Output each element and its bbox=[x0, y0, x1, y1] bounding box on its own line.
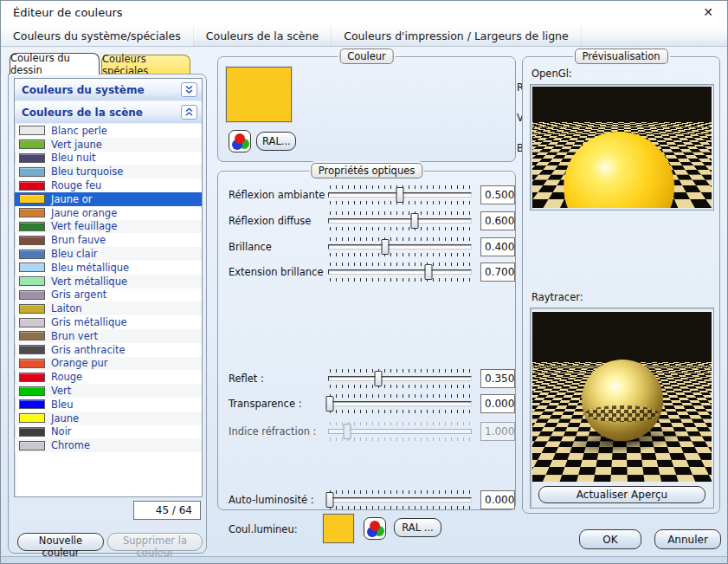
ok-button[interactable]: OK bbox=[579, 529, 641, 549]
value-box[interactable]: 0.000 bbox=[480, 394, 515, 413]
color-list-item[interactable]: Blanc perle bbox=[15, 124, 202, 138]
slider-thumb[interactable] bbox=[325, 396, 333, 412]
section-couleurs-du-systeme[interactable]: Couleurs du système bbox=[15, 79, 202, 101]
value-box[interactable]: 0.000 bbox=[480, 490, 515, 509]
color-list-item[interactable]: Bleu clair bbox=[15, 247, 202, 261]
tick-marks bbox=[330, 385, 470, 388]
collapse-section-button[interactable] bbox=[181, 105, 197, 120]
color-list-item[interactable]: Brun vert bbox=[15, 329, 202, 343]
cancel-button[interactable]: Annuler bbox=[654, 529, 721, 549]
ral-button[interactable]: RAL... bbox=[256, 132, 296, 151]
color-list-item[interactable]: Noir bbox=[15, 425, 202, 439]
color-list-item[interactable]: Jaune orange bbox=[15, 206, 202, 220]
tick-marks bbox=[330, 506, 470, 509]
color-list-item[interactable]: Gris argent bbox=[15, 288, 202, 302]
color-name: Vert feuillage bbox=[51, 220, 117, 232]
color-listbox: Couleurs du système Couleurs de la scène bbox=[14, 78, 203, 497]
color-name: Vert bbox=[51, 385, 71, 397]
shininess-extension-slider[interactable] bbox=[328, 263, 472, 282]
tab-couleurs-speciales[interactable]: Couleurs spéciales bbox=[101, 55, 190, 75]
tick-marks bbox=[330, 211, 470, 215]
slider-thumb[interactable] bbox=[382, 239, 390, 255]
color-list-item[interactable]: Vert feuillage bbox=[15, 220, 202, 234]
color-list-item[interactable]: Rouge feu bbox=[15, 178, 202, 192]
color-list-item[interactable]: Jaune bbox=[15, 412, 202, 425]
color-list-item[interactable]: Vert bbox=[15, 384, 202, 398]
current-color-swatch bbox=[226, 67, 292, 122]
value-box[interactable]: 0.400 bbox=[480, 237, 515, 256]
color-name: Noir bbox=[51, 425, 72, 438]
tick-marks bbox=[330, 369, 470, 373]
value-box[interactable]: 0.700 bbox=[480, 263, 515, 282]
color-list-item[interactable]: Chrome bbox=[15, 438, 202, 452]
color-name: Brun fauve bbox=[51, 234, 106, 246]
double-chevron-up-icon bbox=[184, 107, 194, 117]
color-list-item[interactable]: Gris anthracite bbox=[15, 343, 202, 357]
color-name: Vert jaune bbox=[51, 139, 102, 151]
slider-thumb[interactable] bbox=[410, 213, 418, 229]
slider-label: Reflet : bbox=[229, 373, 264, 385]
color-list-item[interactable]: Orange pur bbox=[15, 357, 202, 371]
slider-track[interactable] bbox=[328, 244, 472, 250]
delete-color-button[interactable]: Supprimer la couleur bbox=[107, 533, 203, 551]
color-list-item[interactable]: Vert métallique bbox=[15, 275, 202, 288]
new-color-button[interactable]: Nouvelle couleur bbox=[17, 533, 104, 551]
auto-luminosity-slider[interactable] bbox=[328, 490, 472, 509]
color-list-item[interactable]: Brun fauve bbox=[15, 233, 202, 247]
color-list-item[interactable]: Bleu nuit bbox=[15, 152, 202, 165]
ambient-reflection-slider[interactable] bbox=[328, 185, 472, 204]
color-swatch bbox=[19, 373, 45, 382]
color-swatch bbox=[19, 359, 45, 368]
rgb-picker-icon[interactable] bbox=[229, 130, 251, 152]
shininess-slider[interactable] bbox=[328, 237, 472, 256]
tab-couleurs-du-dessin[interactable]: Couleurs du dessin bbox=[10, 53, 100, 75]
rgb-picker-icon[interactable] bbox=[364, 517, 386, 540]
color-name: Bleu métallique bbox=[51, 262, 129, 274]
refraction-index-slider bbox=[328, 422, 472, 441]
slider-label: Indice réfraction : bbox=[229, 425, 316, 438]
tick-marks bbox=[330, 263, 470, 266]
color-list-item[interactable]: Gris métallique bbox=[15, 315, 202, 329]
color-list-item[interactable]: Rouge bbox=[15, 370, 202, 384]
ral-luminous-button[interactable]: RAL ... bbox=[394, 518, 441, 537]
close-icon[interactable]: ✕ bbox=[700, 5, 716, 19]
color-swatch bbox=[19, 126, 45, 135]
slider-track[interactable] bbox=[328, 376, 472, 381]
color-swatch bbox=[19, 399, 45, 409]
value-box[interactable]: 0.600 bbox=[480, 211, 515, 230]
color-list-item[interactable]: Bleu métallique bbox=[15, 261, 202, 275]
color-list-item[interactable]: Jaune or bbox=[15, 192, 202, 206]
tab-couleurs-de-la-scene[interactable]: Couleurs de la scène bbox=[194, 25, 332, 46]
drawing-colors-panel: Couleurs du système Couleurs de la scène bbox=[8, 74, 207, 554]
transparency-slider[interactable] bbox=[328, 394, 472, 413]
color-name: Orange pur bbox=[51, 357, 107, 369]
color-list-item[interactable]: Bleu bbox=[15, 398, 202, 412]
diffuse-reflection-slider[interactable] bbox=[328, 211, 472, 230]
color-swatch bbox=[19, 222, 45, 231]
refresh-preview-button[interactable]: Actualiser Aperçu bbox=[538, 486, 705, 503]
slider-thumb[interactable] bbox=[396, 187, 404, 203]
dialog-content: Couleurs du dessin Couleurs spéciales Co… bbox=[1, 47, 727, 558]
shininess-row: Brillance 0.400 bbox=[218, 237, 517, 256]
slider-thumb[interactable] bbox=[325, 492, 333, 508]
slider-thumb[interactable] bbox=[375, 371, 383, 386]
slider-thumb[interactable] bbox=[425, 264, 433, 280]
reflection-slider[interactable] bbox=[328, 369, 472, 388]
tab-couleurs-impression[interactable]: Couleurs d'impression / Largeurs de lign… bbox=[332, 25, 582, 46]
value-box[interactable]: 0.350 bbox=[480, 369, 515, 388]
section-couleurs-de-la-scene[interactable]: Couleurs de la scène bbox=[15, 101, 202, 124]
color-list-item[interactable]: Vert jaune bbox=[15, 138, 202, 152]
slider-track[interactable] bbox=[328, 269, 472, 275]
expand-section-button[interactable] bbox=[181, 82, 197, 97]
color-swatch bbox=[19, 290, 45, 300]
color-list-item[interactable]: Bleu turquoise bbox=[15, 165, 202, 178]
title-bar: Éditeur de couleurs ✕ bbox=[1, 1, 727, 25]
value-box[interactable]: 0.500 bbox=[480, 185, 515, 204]
color-list-item[interactable]: Laiton bbox=[15, 301, 202, 315]
color-swatch bbox=[19, 413, 45, 423]
section-label: Couleurs de la scène bbox=[22, 107, 181, 119]
tab-couleurs-systeme-speciales[interactable]: Couleurs du système/spéciales bbox=[1, 25, 194, 46]
slider-track[interactable] bbox=[328, 218, 472, 224]
slider-track[interactable] bbox=[328, 497, 472, 502]
slider-track[interactable] bbox=[328, 401, 472, 406]
